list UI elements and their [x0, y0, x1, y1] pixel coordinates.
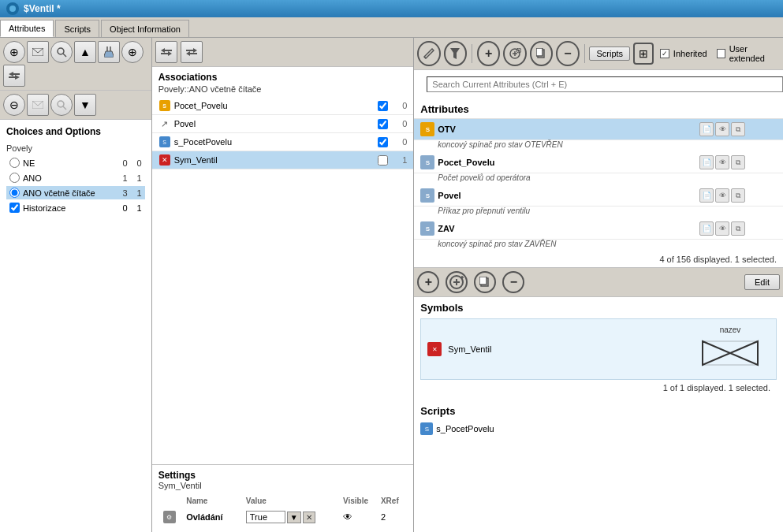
tab-scripts[interactable]: Scripts: [55, 20, 99, 37]
plus-plus-right-btn[interactable]: [503, 41, 526, 66]
bottom-plus-btn[interactable]: +: [417, 271, 439, 293]
settings-visible-cell: 👁: [340, 508, 376, 526]
col-name: Name: [183, 495, 232, 507]
assoc-check[interactable]: [378, 101, 388, 111]
search2-btn[interactable]: [50, 94, 73, 116]
attr-copy-btn3[interactable]: ⧉: [731, 188, 745, 203]
tab-bar: Attributes Scripts Object Information: [0, 17, 783, 38]
symbol-area[interactable]: ✕ Sym_Ventil nazev: [420, 318, 777, 380]
attr-item-Povel[interactable]: S Povel 📄 👁 ⧉: [414, 185, 783, 206]
bottom-minus-btn[interactable]: −: [502, 271, 524, 293]
add2-btn[interactable]: ⊕: [121, 41, 144, 63]
assoc-icon: S: [158, 99, 171, 112]
attr-page-btn4[interactable]: 📄: [699, 221, 714, 236]
attr-Povel-btns: 📄 👁 ⧉: [699, 188, 777, 203]
search-btn[interactable]: [50, 41, 73, 63]
user-extended-checkbox[interactable]: [717, 49, 725, 58]
attr-eye-btn2[interactable]: 👁: [715, 155, 729, 169]
value-arrow-btn[interactable]: ▼: [287, 512, 301, 523]
checkbox-historizace-count1: 0: [122, 203, 127, 213]
signal-icon: S: [159, 100, 170, 111]
inherited-checkbox[interactable]: [660, 49, 669, 58]
user-extended-label: User extended: [729, 44, 780, 63]
radio-ANO-input[interactable]: [9, 173, 20, 183]
attr-OTV-icon: S: [420, 122, 434, 136]
remove-btn[interactable]: ⊖: [3, 94, 25, 116]
attr-item-Pocet_Povelu[interactable]: S Pocet_Povelu 📄 👁 ⧉: [414, 152, 783, 173]
attr-eye-btn3[interactable]: 👁: [715, 188, 729, 203]
settings-table: Name Value Visible XRef ⚙ Ovlád: [158, 493, 408, 527]
user-extended-check: User extended: [717, 44, 780, 63]
assoc-check[interactable]: [378, 137, 388, 147]
checkbox-historizace[interactable]: Historizace 0 1: [6, 201, 145, 214]
associations-subtitle: Povely::ANO včetně čítače: [152, 84, 414, 97]
pencil-btn[interactable]: [417, 41, 440, 66]
symbols-count: 1 of 1 displayed. 1 selected.: [420, 380, 777, 396]
assoc-item[interactable]: ✕ Sym_Ventil 1: [152, 151, 414, 169]
attr-copy-btn[interactable]: ⧉: [731, 122, 745, 136]
attr-copy-btn2[interactable]: ⧉: [731, 155, 745, 169]
radio-ANO-vcetne[interactable]: ANO včetně čítače 3 1: [6, 186, 145, 199]
value-x-btn[interactable]: ✕: [303, 512, 315, 523]
edit-btn[interactable]: Edit: [744, 274, 780, 290]
radio-ANO[interactable]: ANO 1 1: [6, 171, 145, 184]
script-item[interactable]: S s_PocetPovelu: [420, 420, 777, 437]
assoc-item[interactable]: S s_PocetPovelu 0: [152, 133, 414, 151]
symbols-title: Symbols: [420, 302, 777, 314]
up-btn[interactable]: ▲: [74, 41, 96, 63]
flask-btn[interactable]: [98, 41, 120, 63]
plus-right-btn[interactable]: +: [477, 41, 500, 66]
tab-attributes[interactable]: Attributes: [0, 20, 54, 37]
assoc-item[interactable]: ↗ Povel 0: [152, 115, 414, 133]
script-name: s_PocetPovelu: [436, 424, 494, 433]
assoc-item[interactable]: S Pocet_Povelu 0: [152, 97, 414, 115]
bottom-plus2-btn[interactable]: [446, 271, 468, 293]
settings-section: Settings Sym_Ventil Name Value Visible X…: [152, 464, 414, 532]
email-btn[interactable]: [27, 41, 49, 63]
assoc-check[interactable]: [378, 155, 388, 166]
attr-eye-btn4[interactable]: 👁: [715, 221, 729, 236]
add-btn[interactable]: ⊕: [3, 41, 25, 63]
grid-btn[interactable]: ⊞: [633, 43, 654, 65]
attr-empty2: [762, 122, 777, 136]
attr-section-title: Attributes: [414, 99, 783, 119]
arrows-mid2-btn[interactable]: [181, 41, 203, 63]
assoc-name: Povel: [174, 119, 378, 128]
arrows-btn[interactable]: [3, 65, 25, 87]
attr-copy-btn4[interactable]: ⧉: [731, 221, 745, 236]
app-icon: [6, 2, 19, 15]
bottom-copy-btn[interactable]: [474, 271, 496, 293]
down-btn[interactable]: ▼: [74, 94, 96, 116]
scripts-right-btn[interactable]: Scripts: [589, 47, 630, 61]
copy-right-btn[interactable]: [530, 41, 553, 66]
radio-NE-input[interactable]: [9, 158, 20, 168]
search-input[interactable]: [427, 76, 783, 92]
arrows-mid-btn[interactable]: [155, 41, 177, 63]
radio-ANO-vcetne-count2: 1: [137, 188, 142, 198]
checkbox-historizace-input[interactable]: [9, 203, 20, 213]
email2-btn[interactable]: [27, 94, 49, 116]
attr-item-OTV[interactable]: S OTV 📄 👁 ⧉: [414, 119, 783, 140]
group-label: Povely: [6, 143, 145, 153]
funnel-btn[interactable]: [444, 41, 467, 66]
attr-ZAV-desc: koncový spínač pro stav ZAVŘEN: [414, 240, 783, 251]
assoc-check[interactable]: [378, 119, 388, 129]
attr-page-btn3[interactable]: 📄: [699, 188, 714, 203]
attr-Pocet-icon: S: [420, 155, 434, 169]
radio-ANO-count2: 1: [137, 173, 142, 183]
attr-page-btn[interactable]: 📄: [699, 122, 714, 136]
col-empty: [234, 495, 241, 507]
left-toolbar2: ⊖ ▼: [0, 91, 151, 120]
attr-page-btn2[interactable]: 📄: [699, 155, 714, 169]
radio-ANO-vcetne-input[interactable]: [9, 188, 20, 198]
checkbox-historizace-label: Historizace: [23, 203, 65, 213]
radio-NE[interactable]: NE 0 0: [6, 156, 145, 169]
attr-empty7: [747, 221, 761, 236]
attr-eye-btn[interactable]: 👁: [715, 122, 729, 136]
radio-NE-count2: 0: [137, 158, 142, 168]
attr-item-ZAV[interactable]: S ZAV 📄 👁 ⧉: [414, 218, 783, 240]
svg-line-8: [63, 106, 66, 110]
settings-value-cell: True ▼ ✕: [243, 508, 330, 526]
minus-right-btn[interactable]: −: [556, 41, 579, 66]
tab-object-information[interactable]: Object Information: [101, 20, 189, 37]
